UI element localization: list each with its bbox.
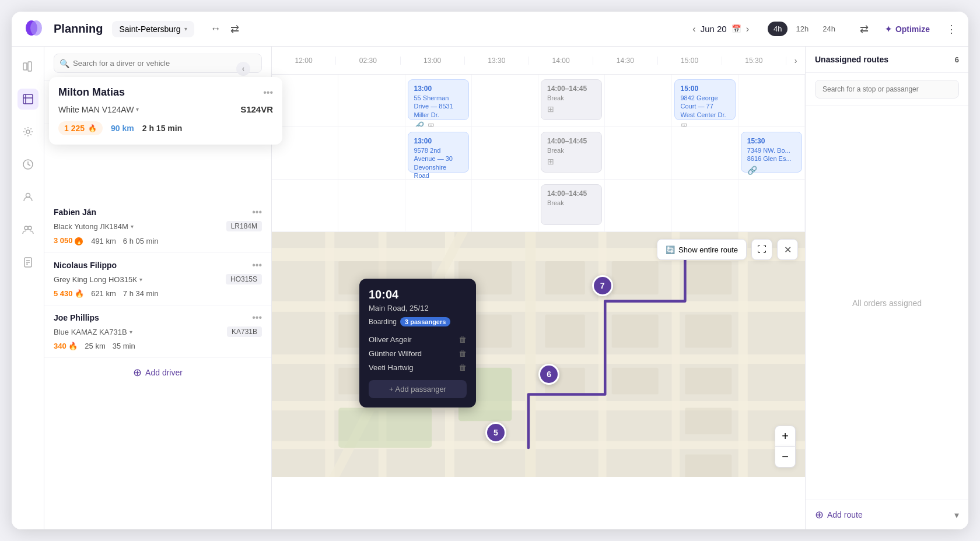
add-driver-label: Add driver	[145, 368, 183, 377]
driver-search-area: 🔍 ‹	[44, 47, 271, 80]
passenger-name: Günther Wilford	[369, 349, 422, 358]
driver-time: 6 h 05 min	[123, 237, 159, 245]
driver-distance: 491 km	[91, 237, 116, 245]
add-passenger-button[interactable]: + Add passanger	[369, 380, 467, 398]
map-expand-button[interactable]: ⛶	[751, 239, 772, 260]
more-menu-button[interactable]: ⋮	[946, 23, 957, 36]
driver-menu-button[interactable]: •••	[252, 260, 262, 270]
map-container: 10:04 Main Road, 25/12 Boarding 3 passan…	[272, 232, 805, 477]
block-icons: 🔗 ⊞	[414, 121, 463, 127]
schedule-col	[472, 75, 538, 127]
vehicle-chevron-icon: ▾	[136, 106, 139, 113]
expanded-time: 2 h 15 min	[142, 124, 182, 133]
passenger-delete-button[interactable]: 🗑	[459, 335, 467, 344]
plate-badge: LR184M	[226, 221, 262, 231]
grid-icon: ⊞	[547, 157, 554, 166]
driver-list-panel: 🔍 ‹ Milton Matias ••• White MAN V124AW ▾…	[44, 47, 272, 529]
schedule-col: 15:00 9842 George Court — 77 West Center…	[672, 75, 738, 127]
expanded-driver-menu-button[interactable]: •••	[263, 87, 273, 98]
map-pin-6[interactable]: 6	[538, 364, 559, 385]
schedule-block[interactable]: 15:30 7349 NW. Bo... 8616 Glen Es... 🔗	[741, 132, 802, 173]
sidebar-history-button[interactable]	[18, 154, 38, 175]
zoom-out-button[interactable]: −	[775, 447, 796, 468]
tooltip-address: Main Road, 25/12	[369, 304, 467, 312]
expanded-score: 1 225 🔥	[58, 121, 103, 135]
passengers-badge: 3 passangers	[400, 317, 450, 326]
passenger-delete-button[interactable]: 🗑	[459, 349, 467, 358]
block-time: 15:30	[747, 137, 796, 145]
unassigned-panel: Unassigned routes 6 All orders assigned …	[805, 47, 968, 529]
shuffle-button[interactable]: ⇄	[860, 23, 869, 36]
time-4h-button[interactable]: 4h	[768, 22, 788, 36]
add-route-row: ⊕ Add route ▾	[806, 500, 968, 529]
plus-circle-icon: ⊕	[133, 366, 142, 379]
map-close-button[interactable]: ✕	[777, 239, 798, 260]
sidebar-schedule-button[interactable]	[18, 89, 38, 110]
show-entire-route-button[interactable]: 🔄 Show entire route	[657, 239, 747, 260]
city-selector[interactable]: Saint-Petersburg ▾	[112, 21, 194, 37]
unassigned-title: Unassigned routes	[815, 55, 888, 64]
date-next-button[interactable]: ›	[746, 24, 749, 34]
schedule-row: 13:00 9578 2nd Avenue — 30 Devonshire Ro…	[272, 127, 805, 180]
schedule-block[interactable]: 15:00 9842 George Court — 77 West Center…	[674, 79, 736, 120]
schedule-col	[672, 180, 738, 231]
schedule-block[interactable]: 13:00 9578 2nd Avenue — 30 Devonshire Ro…	[408, 132, 469, 173]
timeline-tick: 12:00	[272, 57, 336, 65]
optimize-button[interactable]: ✦ Optimize	[876, 20, 939, 38]
block-time: 14:00–14:45	[547, 189, 596, 198]
driver-search-input[interactable]	[54, 54, 262, 73]
grid-icon: ⊞	[547, 104, 554, 114]
driver-card[interactable]: Nicolaus Filippo ••• Grey King Long HO31…	[44, 253, 271, 305]
expanded-driver-card: Milton Matias ••• White MAN V124AW ▾ S12…	[49, 77, 282, 145]
nav-forward-button[interactable]: ⇄	[228, 22, 242, 37]
schedule-timeline-area: 13:00 55 Sherman Drive — 8531 Miller Dr.…	[272, 75, 805, 127]
unassigned-search-input[interactable]	[815, 80, 959, 99]
sidebar-group-button[interactable]	[18, 219, 38, 240]
schedule-col	[405, 180, 472, 231]
sidebar-icons	[12, 47, 44, 529]
sidebar-map-button[interactable]	[18, 56, 38, 77]
calendar-button[interactable]: 📅	[732, 24, 741, 33]
map-top-controls: 🔄 Show entire route ⛶ ✕	[657, 239, 798, 260]
add-driver-row[interactable]: ⊕ Add driver	[44, 358, 271, 387]
sidebar-person-button[interactable]	[18, 187, 38, 208]
chevron-down-button[interactable]: ▾	[954, 510, 959, 521]
block-time: 14:00–14:45	[547, 85, 596, 93]
driver-stats: 340 🔥 25 km 35 min	[54, 342, 262, 350]
sidebar-settings-button[interactable]	[18, 121, 38, 142]
driver-menu-button[interactable]: •••	[252, 312, 262, 323]
block-icons: ⊞	[547, 104, 596, 114]
collapse-button[interactable]: ‹	[236, 62, 250, 76]
nav-back-button[interactable]: ↔	[208, 22, 223, 37]
schedule-row: 13:00 55 Sherman Drive — 8531 Miller Dr.…	[272, 75, 805, 127]
nav-arrows: ↔ ⇄	[208, 22, 242, 37]
map-pin-7[interactable]: 7	[592, 275, 613, 296]
driver-menu-button[interactable]: •••	[252, 207, 262, 217]
svg-rect-35	[545, 261, 585, 294]
date-prev-button[interactable]: ‹	[692, 24, 695, 34]
sidebar-report-button[interactable]	[18, 252, 38, 273]
driver-card[interactable]: Joe Phillips ••• Blue KAMAZ KA731B ▾ KA7…	[44, 305, 271, 358]
driver-stats: 5 430 🔥 621 km 7 h 34 min	[54, 289, 262, 298]
schedule-col	[338, 180, 405, 231]
schedule-block-break[interactable]: 14:00–14:45 Break ⊞	[541, 132, 602, 173]
zoom-in-button[interactable]: +	[775, 426, 796, 447]
block-time: 13:00	[414, 137, 463, 145]
schedule-block-break[interactable]: 14:00–14:45 Break	[541, 184, 602, 225]
timeline-scroll-right-button[interactable]: ›	[786, 56, 805, 65]
plate-badge: HO315S	[226, 274, 262, 284]
block-time: 14:00–14:45	[547, 137, 596, 145]
driver-card[interactable]: Fabien Ján ••• Black Yutong ЛК184М ▾ LR1…	[44, 200, 271, 253]
driver-name: Nicolaus Filippo	[54, 261, 117, 270]
schedule-block-break[interactable]: 14:00–14:45 Break ⊞	[541, 79, 602, 120]
time-12h-button[interactable]: 12h	[790, 22, 814, 36]
app-title: Planning	[54, 22, 103, 36]
time-24h-button[interactable]: 24h	[817, 22, 841, 36]
add-route-button[interactable]: ⊕ Add route	[815, 508, 863, 521]
block-address: 7349 NW. Bo... 8616 Glen Es...	[747, 146, 796, 163]
schedule-block[interactable]: 13:00 55 Sherman Drive — 8531 Miller Dr.…	[408, 79, 469, 120]
svg-rect-25	[525, 232, 536, 477]
passenger-delete-button[interactable]: 🗑	[459, 363, 467, 372]
block-address: Break	[547, 199, 596, 207]
driver-score: 5 430 🔥	[54, 289, 84, 298]
